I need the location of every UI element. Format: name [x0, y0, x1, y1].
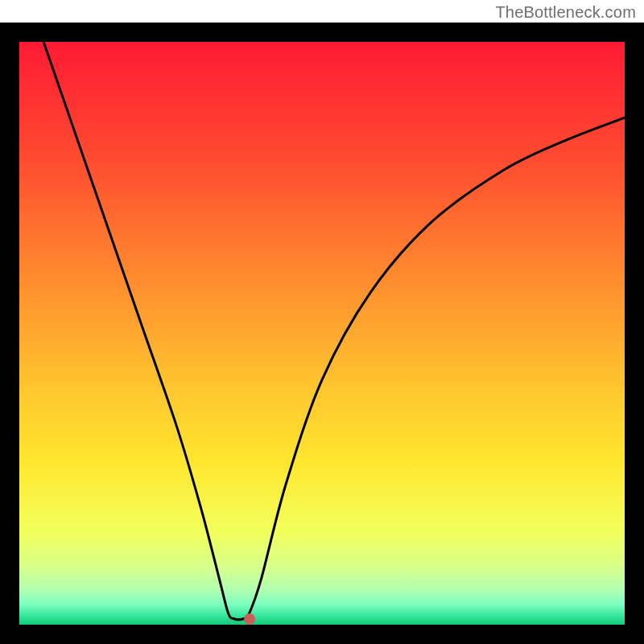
- chart-stage: TheBottleneck.com: [0, 0, 644, 644]
- optimal-point-marker: [244, 613, 255, 625]
- watermark-text: TheBottleneck.com: [495, 3, 636, 22]
- bottleneck-curve: [19, 42, 625, 625]
- plot-area: [19, 42, 625, 625]
